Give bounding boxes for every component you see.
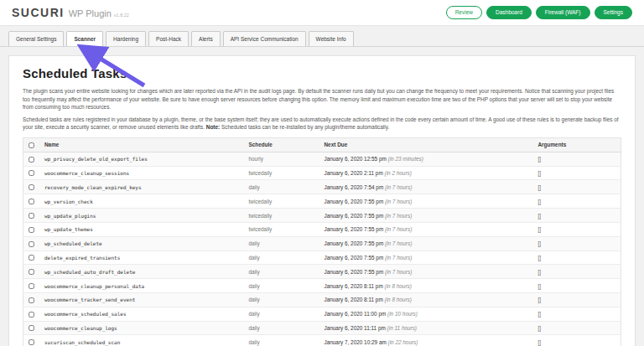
task-next-due: January 6, 2020 8:11 pm (in 8 hours)	[319, 279, 533, 293]
tab-scanner[interactable]: Scanner	[66, 31, 103, 46]
row-checkbox-cell	[23, 209, 40, 223]
table-header-row: Name Schedule Next Due Arguments	[23, 138, 621, 152]
row-checkbox-cell	[23, 152, 40, 166]
task-arguments: []	[533, 152, 621, 166]
row-checkbox-cell	[23, 166, 40, 180]
row-checkbox-cell	[23, 279, 40, 293]
row-checkbox[interactable]	[29, 255, 34, 261]
row-checkbox-cell	[23, 335, 40, 346]
task-arguments: []	[533, 292, 621, 307]
task-name: wp_privacy_delete_old_export_files	[39, 152, 244, 166]
table-row: woocommerce_tracker_send_eventdailyJanua…	[23, 292, 621, 307]
table-row: sucuriscan_scheduled_scandailyJanuary 7,…	[23, 335, 621, 346]
row-checkbox[interactable]	[29, 283, 34, 289]
row-checkbox-cell	[23, 265, 40, 279]
row-checkbox-cell	[23, 222, 40, 236]
tab-alerts[interactable]: Alerts	[191, 31, 221, 46]
tab-general-settings[interactable]: General Settings	[8, 31, 64, 46]
row-checkbox[interactable]	[29, 325, 34, 331]
page-title: Scheduled Tasks	[23, 66, 621, 80]
task-name: delete_expired_transients	[39, 250, 244, 265]
task-name: woocommerce_cleanup_personal_data	[39, 279, 244, 293]
task-arguments: []	[533, 166, 621, 180]
dashboard-button[interactable]: Dashboard	[486, 6, 532, 20]
tab-bar: General SettingsScannerHardeningPost-Hac…	[0, 26, 644, 47]
row-checkbox[interactable]	[29, 184, 34, 190]
table-row: woocommerce_scheduled_salesdailyJanuary …	[23, 307, 621, 321]
task-arguments: []	[533, 250, 621, 265]
task-schedule: twicedaily	[244, 222, 319, 236]
task-arguments: []	[533, 180, 621, 194]
task-schedule: daily	[244, 292, 319, 307]
scheduled-tasks-table: Name Schedule Next Due Arguments wp_priv…	[23, 137, 621, 346]
column-header-schedule: Schedule	[244, 138, 319, 152]
version-label: v1.8.22	[114, 13, 129, 18]
table-row: wp_scheduled_auto_draft_deletedailyJanua…	[23, 265, 621, 279]
task-name: sucuriscan_scheduled_scan	[39, 335, 244, 346]
task-schedule: daily	[244, 279, 319, 293]
topbar-buttons: ReviewDashboardFirewall (WAF)Settings	[446, 6, 632, 20]
task-next-due: January 6, 2020 11:00 pm (in 10 hours)	[319, 307, 533, 321]
task-name: recovery_mode_clean_expired_keys	[39, 180, 244, 194]
row-checkbox[interactable]	[29, 199, 34, 204]
row-checkbox[interactable]	[29, 227, 34, 233]
task-next-due: January 6, 2020 8:11 pm (in 8 hours)	[319, 292, 533, 307]
column-header-name: Name	[39, 138, 244, 152]
task-arguments: []	[533, 265, 621, 279]
task-arguments: []	[533, 222, 621, 236]
task-arguments: []	[533, 194, 621, 209]
tab-hardening[interactable]: Hardening	[106, 31, 146, 46]
row-checkbox[interactable]	[29, 157, 34, 163]
task-arguments: []	[533, 279, 621, 293]
row-checkbox-cell	[23, 321, 40, 335]
description-paragraph-1: The plugin scans your entire website loo…	[23, 87, 621, 111]
table-row: wp_version_checktwicedailyJanuary 6, 202…	[23, 194, 621, 209]
sucuri-logo: SUCURI	[12, 6, 65, 19]
column-header-arguments: Arguments	[533, 138, 621, 152]
row-checkbox[interactable]	[29, 297, 34, 303]
row-checkbox[interactable]	[29, 170, 34, 176]
row-checkbox-cell	[23, 292, 40, 307]
row-checkbox[interactable]	[29, 269, 34, 275]
tab-website-info[interactable]: Website Info	[309, 31, 354, 46]
app-title: WP Plugin	[69, 8, 112, 18]
task-schedule: daily	[244, 321, 319, 335]
brand: SUCURI WP Plugin v1.8.22	[12, 6, 129, 19]
task-schedule: twicedaily	[244, 209, 319, 223]
select-all-checkbox[interactable]	[29, 142, 34, 148]
table-row: woocommerce_cleanup_personal_datadailyJa…	[23, 279, 621, 293]
table-row: delete_expired_transientsdailyJanuary 6,…	[23, 250, 621, 265]
task-schedule: daily	[244, 335, 319, 346]
table-row: woocommerce_cleanup_sessionstwicedailyJa…	[23, 166, 621, 180]
tab-post-hack[interactable]: Post-Hack	[148, 31, 189, 46]
task-arguments: []	[533, 321, 621, 335]
task-name: woocommerce_scheduled_sales	[39, 307, 244, 321]
task-name: woocommerce_cleanup_logs	[39, 321, 244, 335]
row-checkbox[interactable]	[29, 312, 34, 318]
task-next-due: January 6, 2020 7:55 pm (in 7 hours)	[319, 236, 533, 250]
task-name: wp_scheduled_auto_draft_delete	[39, 265, 244, 279]
task-arguments: []	[533, 335, 621, 346]
task-next-due: January 6, 2020 7:55 pm (in 7 hours)	[319, 194, 533, 209]
firewall-waf-button[interactable]: Firewall (WAF)	[536, 6, 590, 20]
row-checkbox-cell	[23, 194, 40, 209]
settings-button[interactable]: Settings	[595, 6, 633, 20]
column-header-next-due: Next Due	[319, 138, 533, 152]
tab-api-service-communication[interactable]: API Service Communication	[223, 31, 306, 46]
task-schedule: twicedaily	[244, 194, 319, 209]
table-row: wp_update_themestwicedailyJanuary 6, 202…	[23, 222, 621, 236]
row-checkbox-cell	[23, 307, 40, 321]
row-checkbox[interactable]	[29, 339, 34, 345]
table-row: recovery_mode_clean_expired_keysdailyJan…	[23, 180, 621, 194]
table-row: woocommerce_cleanup_logsdailyJanuary 6, …	[23, 321, 621, 335]
table-row: wp_privacy_delete_old_export_fileshourly…	[23, 152, 621, 166]
table-row: wp_update_pluginstwicedailyJanuary 6, 20…	[23, 209, 621, 223]
task-arguments: []	[533, 236, 621, 250]
review-button[interactable]: Review	[446, 6, 482, 20]
task-schedule: daily	[244, 180, 319, 194]
task-name: woocommerce_cleanup_sessions	[39, 166, 244, 180]
table-row: wp_scheduled_deletedailyJanuary 6, 2020 …	[23, 236, 621, 250]
row-checkbox-cell	[23, 236, 40, 250]
row-checkbox[interactable]	[29, 213, 34, 219]
row-checkbox[interactable]	[29, 241, 34, 247]
